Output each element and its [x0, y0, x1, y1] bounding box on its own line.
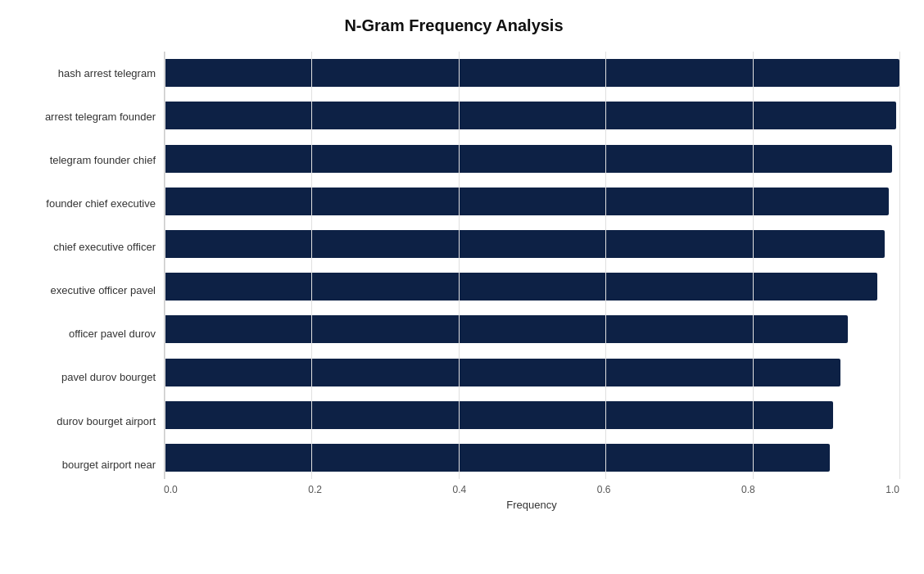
bar [165, 102, 896, 129]
y-label: bourget airport near [8, 459, 156, 472]
x-tick: 1.0 [886, 484, 899, 495]
chart-title: N-Gram Frequency Analysis [8, 16, 899, 35]
bars-and-xaxis: 0.00.20.40.60.81.0 Frequency [164, 52, 899, 511]
y-label: arrest telegram founder [8, 111, 156, 124]
y-label: executive officer pavel [8, 284, 156, 297]
chart-container: N-Gram Frequency Analysis hash arrest te… [0, 0, 924, 574]
y-labels: hash arrest telegramarrest telegram foun… [8, 52, 164, 511]
bar [165, 230, 885, 258]
bar-row [165, 137, 899, 179]
bar [165, 145, 892, 173]
bar [165, 188, 889, 215]
bar-row [165, 265, 899, 308]
bar-row [165, 436, 899, 479]
grid-line [899, 52, 900, 479]
bar [165, 273, 877, 301]
x-axis: 0.00.20.40.60.81.0 [164, 479, 899, 495]
bar [165, 401, 833, 429]
bar [165, 315, 848, 343]
bars-wrapper [164, 52, 899, 479]
x-tick: 0.2 [308, 484, 322, 495]
bar-row [165, 394, 899, 436]
bar-row [165, 308, 899, 350]
y-label: founder chief executive [8, 197, 156, 210]
x-tick: 0.8 [741, 484, 755, 495]
x-tick: 0.0 [164, 484, 178, 495]
bar-row [165, 94, 899, 137]
bar-row [165, 180, 899, 223]
y-label: pavel durov bourget [8, 371, 156, 384]
bar [165, 59, 899, 87]
x-tick: 0.4 [453, 484, 467, 495]
y-label: durov bourget airport [8, 415, 156, 428]
x-tick: 0.6 [597, 484, 611, 495]
bar-row [165, 52, 899, 94]
y-label: chief executive officer [8, 241, 156, 254]
x-axis-label: Frequency [164, 499, 899, 511]
bar-row [165, 223, 899, 265]
bar [165, 444, 830, 472]
y-label: telegram founder chief [8, 154, 156, 167]
chart-area: hash arrest telegramarrest telegram foun… [8, 52, 899, 511]
bar-row [165, 350, 899, 393]
y-label: officer pavel durov [8, 328, 156, 341]
y-label: hash arrest telegram [8, 67, 156, 80]
bar [165, 359, 840, 386]
